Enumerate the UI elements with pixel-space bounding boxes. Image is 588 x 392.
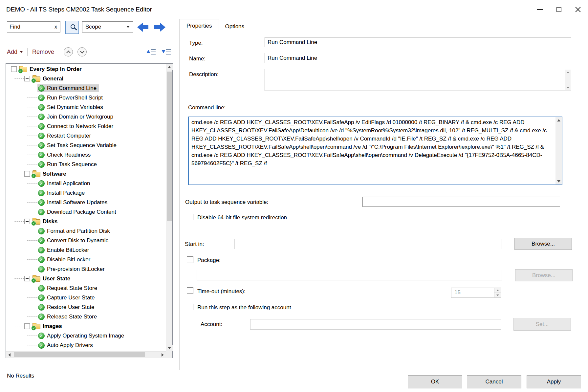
run-as-checkbox[interactable] [187,304,193,310]
folder-check-icon [33,76,40,82]
tree-item-join-domain-or-workgroup[interactable]: Join Domain or Workgroup [6,112,166,121]
scroll-right-button[interactable] [159,352,166,358]
move-up-button[interactable] [64,47,73,56]
chevron-down-icon [20,51,23,53]
find-input[interactable] [7,24,52,30]
tree-item-restart-computer[interactable]: Restart Computer [6,131,166,141]
horizontal-scrollbar-thumb[interactable] [14,352,145,357]
tree-item-pre-provision-bitlocker[interactable]: Pre-provision BitLocker [6,264,166,274]
scroll-up-button[interactable] [555,117,562,123]
tree-item-connect-to-network-folder[interactable]: Connect to Network Folder [6,121,166,131]
ok-button[interactable]: OK [408,375,462,388]
tree-item-install-software-updates[interactable]: Install Software Updates [6,198,166,207]
tree-item-check-readiness[interactable]: Check Readiness [6,150,166,160]
tree-expander-minus-icon[interactable] [24,276,30,281]
collapse-tree-icon [146,48,156,56]
triangle-down-icon [496,294,499,296]
timeout-checkbox[interactable] [187,287,193,294]
add-button[interactable]: Add [7,49,23,55]
scroll-down-button[interactable] [166,345,173,351]
tree-connector-line [27,345,37,345]
triangle-up-icon [168,66,171,68]
tree-item-download-package-content[interactable]: Download Package Content [6,207,166,217]
tree-item-install-package[interactable]: Install Package [6,188,166,198]
tree-item-every-step-in-order[interactable]: Every Step In Order [6,64,166,74]
tree-expander-minus-icon[interactable] [24,323,30,329]
tree-item-disks[interactable]: Disks [6,217,166,226]
tree-item-user-state[interactable]: User State [6,274,166,283]
expand-all-button[interactable] [161,48,171,56]
output-variable-field[interactable] [362,197,560,207]
minimize-button[interactable] [530,0,549,18]
name-field[interactable] [265,53,571,63]
status-text: No Results [7,373,34,379]
minimize-icon [537,9,543,10]
clear-find-button[interactable]: x [52,24,60,30]
command-line-scrollbar[interactable] [555,117,562,185]
tree-item-run-task-sequence[interactable]: Run Task Sequence [6,160,166,169]
spinner-up-button[interactable] [494,288,501,293]
tree-item-label: Install Package [47,190,85,196]
tree-item-enable-bitlocker[interactable]: Enable BitLocker [6,245,166,255]
collapse-all-button[interactable] [146,48,156,56]
command-line-field[interactable]: cmd.exe /c REG ADD HKEY_CLASSES_ROOT\XEV… [188,117,562,185]
tree-item-format-and-partition-disk[interactable]: Format and Partition Disk [6,226,166,236]
tree-expander-minus-icon[interactable] [24,219,30,224]
tree-item-label: User State [43,275,70,282]
description-field[interactable] [265,69,571,91]
tree-view: Every Step In OrderGeneralRun Command Li… [6,64,166,351]
start-in-field[interactable] [234,239,502,249]
tree-item-run-powershell-script[interactable]: Run PowerShell Script [6,93,166,102]
type-field[interactable] [265,37,571,47]
scope-dropdown[interactable]: Scope [82,21,133,33]
tree-item-convert-disk-to-dynamic[interactable]: Convert Disk to Dynamic [6,236,166,245]
task-sequence-tree: Every Step In OrderGeneralRun Command Li… [6,63,173,358]
tree-item-disable-bitlocker[interactable]: Disable BitLocker [6,255,166,264]
description-scrollbar[interactable] [565,70,571,90]
tree-item-capture-user-state[interactable]: Capture User State [6,293,166,302]
tree-item-restore-user-state[interactable]: Restore User State [6,302,166,312]
previous-result-button[interactable] [136,22,151,33]
disable-redirection-checkbox[interactable] [187,214,193,220]
tree-item-set-task-sequence-variable[interactable]: Set Task Sequence Variable [6,141,166,150]
scroll-up-button[interactable] [166,64,173,70]
tree-item-set-dynamic-variables[interactable]: Set Dynamic Variables [6,102,166,112]
scroll-left-button[interactable] [6,352,12,358]
remove-button[interactable]: Remove [32,49,54,55]
scroll-down-button[interactable] [565,85,571,90]
start-in-browse-button[interactable]: Browse... [514,238,572,250]
tab-options[interactable]: Options [219,21,250,32]
tree-item-install-application[interactable]: Install Application [6,179,166,188]
next-result-button[interactable] [152,22,166,33]
apply-button[interactable]: Apply [527,375,581,388]
tree-expander-minus-icon[interactable] [24,76,30,81]
search-button[interactable] [65,21,79,34]
tree-item-software[interactable]: Software [6,169,166,179]
cancel-button[interactable]: Cancel [467,375,521,388]
folder-check-icon [33,276,40,282]
package-checkbox[interactable] [187,256,193,263]
move-down-button[interactable] [77,47,87,56]
scroll-up-button[interactable] [565,70,571,75]
maximize-button[interactable] [549,0,568,18]
tree-item-apply-operating-system-image[interactable]: Apply Operating System Image [6,331,166,340]
tree-expander-minus-icon[interactable] [11,66,17,72]
tab-properties[interactable]: Properties [179,19,219,32]
tree-guide-line [27,82,27,164]
tree-item-run-command-line[interactable]: Run Command Line [6,83,166,93]
tree-item-release-state-store[interactable]: Release State Store [6,312,166,321]
scroll-down-button[interactable] [555,178,562,185]
tree-expander-minus-icon[interactable] [24,171,30,177]
tree-vertical-scrollbar[interactable] [166,64,172,351]
tree-item-images[interactable]: Images [6,321,166,331]
tree-item-general[interactable]: General [6,74,166,83]
tree-horizontal-scrollbar[interactable] [6,351,166,358]
close-button[interactable] [568,0,587,18]
spinner-down-button[interactable] [494,293,501,297]
green-check-icon [38,304,45,311]
vertical-scrollbar-thumb[interactable] [167,72,172,221]
tree-item-request-state-store[interactable]: Request State Store [6,283,166,293]
tree-connector-line [27,88,37,88]
package-browse-button: Browse... [515,269,573,281]
tree-item-auto-apply-drivers[interactable]: Auto Apply Drivers [6,340,166,350]
